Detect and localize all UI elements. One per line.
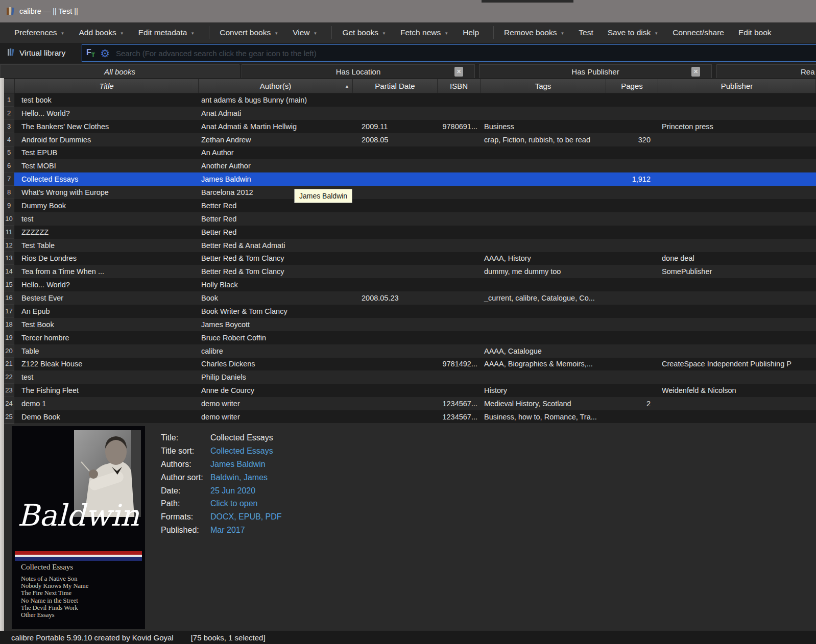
table-row[interactable]: 3The Bankers' New ClothesAnat Admati & M… [4, 120, 816, 133]
cell-pages[interactable] [606, 159, 658, 172]
cell-authors[interactable]: Anat Admati [198, 107, 352, 120]
cell-isbn[interactable] [437, 159, 480, 172]
tab-has-publisher[interactable]: Has Publisher✕ [479, 64, 712, 78]
cell-publisher[interactable] [658, 226, 816, 239]
table-row[interactable]: 14Tea from a Time When ...Better Red & T… [4, 265, 816, 278]
cell-tags[interactable]: AAAA, History [480, 252, 606, 265]
cell-authors[interactable]: demo writer [198, 397, 352, 410]
row-number[interactable]: 9 [4, 199, 14, 212]
cell-date[interactable] [352, 344, 437, 358]
cell-date[interactable] [352, 239, 437, 252]
cell-pages[interactable]: 2 [606, 397, 658, 410]
cell-date[interactable] [352, 370, 437, 384]
row-number[interactable]: 11 [4, 226, 14, 239]
cell-tags[interactable] [480, 107, 606, 120]
cell-pages[interactable] [606, 291, 658, 305]
cell-tags[interactable]: _current, calibre, Catalogue, Co... [480, 291, 606, 305]
cell-pages[interactable] [606, 120, 658, 133]
cell-title[interactable]: Tea from a Time When ... [14, 265, 198, 278]
cell-isbn[interactable] [437, 186, 480, 199]
row-number[interactable]: 15 [4, 278, 14, 291]
cell-pages[interactable] [606, 199, 658, 212]
cell-title[interactable]: test book [14, 93, 198, 107]
cell-authors[interactable]: Better Red [198, 212, 352, 226]
row-number[interactable]: 25 [4, 410, 14, 424]
table-row[interactable]: 13Rios De LondresBetter Red & Tom Clancy… [4, 252, 816, 265]
table-row[interactable]: 6Test MOBIAnother Author [4, 159, 816, 172]
cell-tags[interactable]: Business [480, 120, 606, 133]
cell-pages[interactable]: 1,912 [606, 172, 658, 186]
cell-title[interactable]: Demo Book [14, 410, 198, 424]
cell-isbn[interactable] [437, 384, 480, 397]
cell-date[interactable]: 2009.11 [352, 120, 437, 133]
row-number[interactable]: 14 [4, 265, 14, 278]
cell-pages[interactable] [606, 305, 658, 318]
toolbar-button-help[interactable]: Help [458, 28, 484, 37]
table-row[interactable]: 7Collected EssaysJames Baldwin1,912 [4, 172, 816, 186]
table-row[interactable]: 24demo 1demo writer1234567...Medieval Hi… [4, 397, 816, 410]
cell-publisher[interactable] [658, 305, 816, 318]
cell-pages[interactable] [606, 265, 658, 278]
cell-authors[interactable]: Zethan Andrew [198, 133, 352, 146]
row-number[interactable]: 17 [4, 305, 14, 318]
cell-title[interactable]: demo 1 [14, 397, 198, 410]
cell-date[interactable] [352, 93, 437, 107]
table-row[interactable]: 10testBetter Red [4, 212, 816, 226]
table-row[interactable]: 16Bestest EverBook2008.05.23_current, ca… [4, 291, 816, 305]
cell-tags[interactable] [480, 226, 606, 239]
cell-tags[interactable] [480, 159, 606, 172]
cell-isbn[interactable] [437, 370, 480, 384]
cell-tags[interactable]: crap, Fiction, rubbish, to be read [480, 133, 606, 146]
row-number[interactable]: 1 [4, 93, 14, 107]
table-row[interactable]: 23The Fishing FleetAnne de CourcyHistory… [4, 384, 816, 397]
column-header-tags[interactable]: Tags [481, 79, 606, 93]
cell-publisher[interactable]: CreateSpace Independent Publishing P [658, 358, 816, 371]
cell-isbn[interactable] [437, 265, 480, 278]
table-row[interactable]: 12Test TableBetter Red & Anat Admati [4, 239, 816, 252]
cell-publisher[interactable]: Weidenfeld & Nicolson [658, 384, 816, 397]
cell-pages[interactable] [606, 212, 658, 226]
cell-authors[interactable]: Anat Admati & Martin Hellwig [198, 120, 352, 133]
virtual-library-button[interactable]: Virtual library [7, 43, 65, 63]
cell-isbn[interactable] [437, 344, 480, 358]
cell-isbn[interactable] [437, 93, 480, 107]
table-row[interactable]: 15Hello... World?Holly Black [4, 278, 816, 291]
toolbar-button-remove-books[interactable]: Remove books▼ [499, 28, 569, 37]
cell-date[interactable] [352, 226, 437, 239]
cell-publisher[interactable] [658, 146, 816, 160]
cell-tags[interactable] [480, 212, 606, 226]
cell-date[interactable] [352, 159, 437, 172]
cell-authors[interactable]: Charles Dickens [198, 358, 352, 371]
column-header-pages[interactable]: Pages [606, 79, 658, 93]
details-value[interactable]: Mar 2017 [210, 526, 245, 535]
cell-publisher[interactable] [658, 172, 816, 186]
row-number[interactable]: 22 [4, 370, 14, 384]
row-number[interactable]: 10 [4, 212, 14, 226]
cell-pages[interactable] [606, 252, 658, 265]
tab-has-location[interactable]: Has Location✕ [242, 64, 475, 78]
cell-isbn[interactable] [437, 252, 480, 265]
cell-publisher[interactable] [658, 291, 816, 305]
cell-authors[interactable]: Better Red & Anat Admati [198, 239, 352, 252]
cell-tags[interactable]: AAAA, Catalogue [480, 344, 606, 358]
cell-publisher[interactable]: done deal [658, 252, 816, 265]
gear-icon[interactable]: ⚙ [100, 48, 110, 59]
cell-title[interactable]: Tercer hombre [14, 331, 198, 344]
search-input[interactable] [115, 48, 816, 58]
cell-publisher[interactable] [658, 133, 816, 146]
cell-title[interactable]: Android for Dummies [14, 133, 198, 146]
cell-pages[interactable] [606, 344, 658, 358]
cell-publisher[interactable] [658, 278, 816, 291]
row-number[interactable]: 23 [4, 384, 14, 397]
cell-publisher[interactable] [658, 410, 816, 424]
cell-pages[interactable]: 320 [606, 133, 658, 146]
row-number[interactable]: 4 [4, 133, 14, 146]
cell-authors[interactable]: Better Red [198, 226, 352, 239]
cell-tags[interactable] [480, 331, 606, 344]
cell-tags[interactable]: AAAA, Biographies & Memoirs,... [480, 358, 606, 371]
cell-isbn[interactable] [437, 305, 480, 318]
cell-tags[interactable]: History [480, 384, 606, 397]
toolbar-button-get-books[interactable]: Get books▼ [337, 28, 391, 37]
cell-date[interactable] [352, 252, 437, 265]
cell-isbn[interactable] [437, 107, 480, 120]
